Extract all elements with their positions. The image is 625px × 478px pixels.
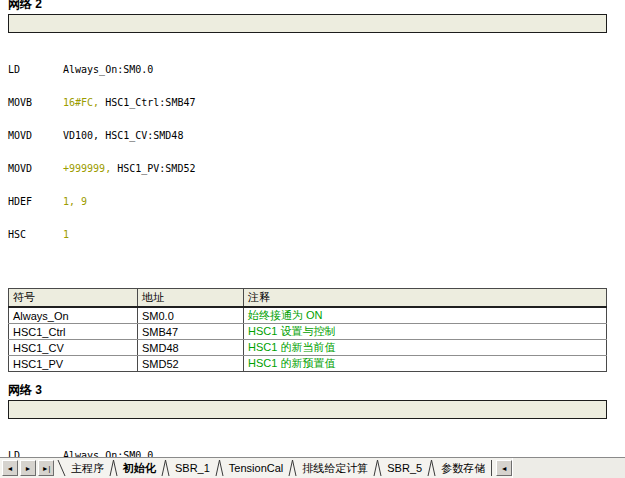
stl-mnemonic: MOVD <box>8 130 63 141</box>
table-row: Always_On SM0.0 始终接通为 ON <box>9 307 607 324</box>
network-3-comment-box[interactable] <box>8 400 607 419</box>
program-editor: 网络 2 LDAlways_On:SM0.0 MOVB16#FC, HSC1_C… <box>0 0 625 478</box>
symbol-cell: HSC1_PV <box>9 356 138 372</box>
tab-strip-end-divider <box>491 460 492 476</box>
tab-slant-divider-icon <box>215 460 224 476</box>
tab-slant-divider-icon <box>427 460 436 476</box>
comment-cell: HSC1 的新当前值 <box>244 340 607 356</box>
tab-sbr-5[interactable]: SBR_5 <box>382 459 427 477</box>
address-cell: SMD52 <box>138 356 244 372</box>
network-2-symbol-table: 符号 地址 注释 Always_On SM0.0 始终接通为 ON HSC1_C… <box>8 288 607 372</box>
tab-slant-divider-icon <box>57 460 66 476</box>
stl-mnemonic: HSC <box>8 229 63 240</box>
hscroll-left-button[interactable]: ◄ <box>496 460 512 476</box>
stl-line: HDEF1, 9 <box>8 196 625 207</box>
symbol-cell: HSC1_CV <box>9 340 138 356</box>
address-column-header: 地址 <box>138 289 244 308</box>
hscroll-track[interactable] <box>512 458 625 478</box>
tab-slant-divider-icon <box>288 460 297 476</box>
network-3-title: 网络 3 <box>8 385 625 396</box>
address-cell: SMD48 <box>138 340 244 356</box>
tab-scroll-next-button[interactable]: ► <box>20 460 36 476</box>
symbol-cell: Always_On <box>9 307 138 324</box>
tab-tensioncal[interactable]: TensionCal <box>224 459 288 477</box>
tab-initialization-active[interactable]: 初始化 <box>118 459 161 477</box>
table-row: HSC1_PV SMD52 HSC1 的新预置值 <box>9 356 607 372</box>
stl-line: MOVD+999999, HSC1_PV:SMD52 <box>8 163 625 174</box>
network-2-title: 网络 2 <box>8 0 625 10</box>
pou-tab-bar: ◄ ► ►| 主程序 初始化 SBR_1 TensionCal 排线给定计算 S… <box>0 457 625 478</box>
network-2-stl-code[interactable]: LDAlways_On:SM0.0 MOVB16#FC, HSC1_Ctrl:S… <box>8 42 625 262</box>
tab-slant-divider-icon <box>109 460 118 476</box>
table-row: HSC1_CV SMD48 HSC1 的新当前值 <box>9 340 607 356</box>
tab-winding-setpoint-calc[interactable]: 排线给定计算 <box>297 459 373 477</box>
tab-scroll-first-button[interactable]: ◄ <box>2 460 18 476</box>
stl-line: MOVB16#FC, HSC1_Ctrl:SMB47 <box>8 97 625 108</box>
comment-cell: HSC1 的新预置值 <box>244 356 607 372</box>
stl-line: MOVDVD100, HSC1_CV:SMD48 <box>8 130 625 141</box>
stl-line: HSC1 <box>8 229 625 240</box>
tab-sbr-1[interactable]: SBR_1 <box>170 459 215 477</box>
address-cell: SM0.0 <box>138 307 244 324</box>
pou-tabs: 主程序 初始化 SBR_1 TensionCal 排线给定计算 SBR_5 参数… <box>57 458 490 478</box>
stl-mnemonic: MOVD <box>8 163 63 174</box>
table-row: HSC1_Ctrl SMB47 HSC1 设置与控制 <box>9 324 607 340</box>
tab-parameter-storage[interactable]: 参数存储 <box>436 459 490 477</box>
tab-slant-divider-icon <box>161 460 170 476</box>
symbol-column-header: 符号 <box>9 289 138 308</box>
tab-scroll-last-button[interactable]: ►| <box>38 460 54 476</box>
network-2-comment-box[interactable] <box>8 14 607 33</box>
tab-main-program[interactable]: 主程序 <box>66 459 109 477</box>
stl-mnemonic: HDEF <box>8 196 63 207</box>
tab-slant-divider-icon <box>373 460 382 476</box>
stl-mnemonic: LD <box>8 64 63 75</box>
comment-column-header: 注释 <box>244 289 607 308</box>
comment-cell: HSC1 设置与控制 <box>244 324 607 340</box>
symbol-table-header-row: 符号 地址 注释 <box>9 289 607 308</box>
comment-cell: 始终接通为 ON <box>244 307 607 324</box>
stl-mnemonic: MOVB <box>8 97 63 108</box>
symbol-cell: HSC1_Ctrl <box>9 324 138 340</box>
stl-line: LDAlways_On:SM0.0 <box>8 64 625 75</box>
address-cell: SMB47 <box>138 324 244 340</box>
